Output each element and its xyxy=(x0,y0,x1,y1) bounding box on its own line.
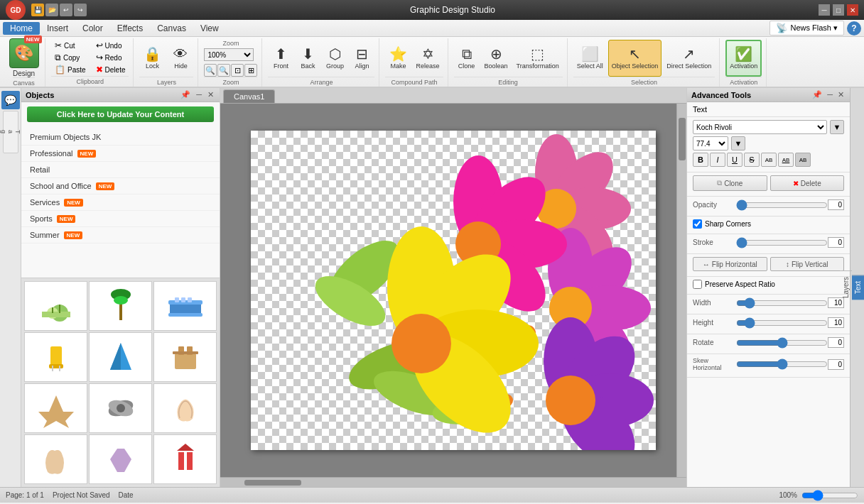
v-scroll-thumb[interactable] xyxy=(679,118,686,160)
bold-button[interactable]: B xyxy=(693,153,708,167)
list-item[interactable]: SportsNEW xyxy=(21,211,220,227)
font-size-dropdown[interactable]: ▼ xyxy=(731,136,745,150)
caps3-button[interactable]: AB xyxy=(795,153,811,167)
height-slider[interactable] xyxy=(736,318,828,328)
object-selection-button[interactable]: ↖ Object Selection xyxy=(608,40,662,77)
canvas-viewport[interactable] xyxy=(220,104,686,477)
paste-button[interactable]: 📋Paste xyxy=(51,64,90,75)
help-button[interactable]: ? xyxy=(847,21,861,35)
tool-text[interactable]: Tag xyxy=(3,111,18,153)
adv-panel-close[interactable]: ✕ xyxy=(836,90,846,99)
sharp-corners-checkbox[interactable] xyxy=(693,219,702,229)
h-scroll-thumb[interactable] xyxy=(244,480,301,486)
font-dropdown-btn[interactable]: ▼ xyxy=(830,120,844,134)
make-button[interactable]: ⭐ Make xyxy=(385,40,411,77)
quick-open[interactable]: 📂 xyxy=(45,4,58,16)
release-button[interactable]: ✡ Release xyxy=(412,40,443,77)
select-all-button[interactable]: ⬜ Select All xyxy=(573,40,607,77)
list-item[interactable]: Premium Objects JK xyxy=(21,129,220,146)
opacity-slider[interactable] xyxy=(736,200,828,210)
canvas-scrollbar-h[interactable] xyxy=(220,477,686,487)
preserve-ratio-checkbox[interactable] xyxy=(693,280,702,289)
adv-panel-minimize[interactable]: ─ xyxy=(826,90,834,99)
caps2-button[interactable]: AB xyxy=(778,153,794,167)
thumbnail-item[interactable] xyxy=(89,434,152,484)
thumbnail-item[interactable] xyxy=(89,332,152,382)
quick-save[interactable]: 💾 xyxy=(31,4,44,16)
maximize-button[interactable]: □ xyxy=(833,4,844,16)
objects-panel-minimize[interactable]: ─ xyxy=(195,90,203,99)
front-button[interactable]: ⬆ Front xyxy=(268,40,293,77)
boolean-button[interactable]: ⊕ Boolean xyxy=(481,40,512,77)
underline-button[interactable]: U xyxy=(727,153,742,167)
list-item[interactable]: Retail xyxy=(21,162,220,178)
thumbnail-item[interactable] xyxy=(153,434,217,484)
thumbnail-item[interactable] xyxy=(24,281,87,331)
delete-button[interactable]: ✖ Delete xyxy=(770,175,845,191)
zoom-fit-button[interactable]: ⊡ xyxy=(231,64,244,77)
direct-selection-button[interactable]: ↗ Direct Selection xyxy=(663,40,715,77)
thumbnail-item[interactable] xyxy=(24,332,87,382)
zoom-in-button[interactable]: 🔍 xyxy=(204,64,217,77)
adv-panel-pin[interactable]: 📌 xyxy=(811,90,824,99)
minimize-button[interactable]: ─ xyxy=(819,4,830,16)
list-item[interactable]: ProfessionalNEW xyxy=(21,146,220,162)
thumbnail-item[interactable] xyxy=(24,434,87,484)
back-button[interactable]: ⬇ Back xyxy=(295,40,320,77)
stroke-slider[interactable] xyxy=(736,238,828,248)
zoom-select[interactable]: 100%50%75%150%200% xyxy=(204,48,254,61)
canvas-tab-1[interactable]: Canvas1 xyxy=(223,89,275,103)
clone-button[interactable]: ⧉ Clone xyxy=(693,175,767,191)
canvas-scrollbar-v[interactable] xyxy=(676,104,686,477)
thumbnail-item[interactable] xyxy=(153,281,217,331)
font-size-select[interactable]: 77.4 xyxy=(693,136,728,150)
text-tab[interactable]: Text xyxy=(852,275,864,300)
transformation-button[interactable]: ⬚ Transformation xyxy=(513,40,563,77)
activation-button[interactable]: ✅ Activation xyxy=(725,40,762,77)
list-item[interactable]: ServicesNEW xyxy=(21,195,220,211)
close-button[interactable]: ✕ xyxy=(847,4,858,16)
thumbnail-item[interactable] xyxy=(89,281,152,331)
strikethrough-button[interactable]: S xyxy=(744,153,760,167)
thumbnail-item[interactable] xyxy=(24,383,87,433)
italic-button[interactable]: I xyxy=(710,153,725,167)
menu-color[interactable]: Color xyxy=(75,22,110,35)
thumbnail-item[interactable] xyxy=(153,383,217,433)
delete-button[interactable]: ✖Delete xyxy=(92,64,129,75)
zoom-reset-button[interactable]: ⊞ xyxy=(244,64,257,77)
width-slider[interactable] xyxy=(736,298,828,308)
rotate-slider[interactable] xyxy=(736,338,828,348)
objects-panel-close[interactable]: ✕ xyxy=(206,90,215,99)
caps1-button[interactable]: AB xyxy=(761,153,777,167)
copy-button[interactable]: ⧉Copy xyxy=(51,52,90,63)
menu-effects[interactable]: Effects xyxy=(110,22,150,35)
redo-button[interactable]: ↪Redo xyxy=(92,52,129,63)
skew-h-slider[interactable] xyxy=(736,359,828,369)
align-button[interactable]: ⊟ Align xyxy=(349,40,374,77)
quick-redo[interactable]: ↪ xyxy=(74,4,87,16)
cut-button[interactable]: Cut xyxy=(51,40,90,51)
zoom-out-button[interactable]: 🔍 xyxy=(217,64,230,77)
lock-button[interactable]: 🔒 Lock xyxy=(139,40,165,77)
hide-button[interactable]: 👁 Hide xyxy=(168,40,193,77)
flip-v-button[interactable]: ↕ Flip Vertical xyxy=(770,257,845,271)
menu-insert[interactable]: Insert xyxy=(40,22,75,35)
menu-home[interactable]: Home xyxy=(3,22,40,35)
menu-view[interactable]: View xyxy=(193,22,226,35)
zoom-slider-status[interactable] xyxy=(801,490,858,501)
thumbnail-item[interactable] xyxy=(89,383,152,433)
font-select[interactable]: Koch Rivoli xyxy=(693,120,827,134)
list-item[interactable]: School and OfficeNEW xyxy=(21,178,220,195)
menu-canvas[interactable]: Canvas xyxy=(150,22,193,35)
news-flash[interactable]: 📡 News Flash ▾ xyxy=(770,21,844,35)
quick-undo[interactable]: ↩ xyxy=(60,4,72,16)
objects-panel-pin[interactable]: 📌 xyxy=(179,90,192,99)
update-content-button[interactable]: Click Here to Update Your Content xyxy=(27,106,214,122)
layers-edge-tab[interactable]: Layers xyxy=(840,270,852,304)
list-item[interactable]: SummerNEW xyxy=(21,227,220,243)
flip-h-button[interactable]: ↔ Flip Horizontal xyxy=(693,257,767,271)
clone-ribbon-button[interactable]: ⧉ Clone xyxy=(454,40,480,77)
undo-button[interactable]: ↩Undo xyxy=(92,40,129,51)
thumbnail-item[interactable] xyxy=(153,332,217,382)
group-button[interactable]: ⬡ Group xyxy=(322,40,347,77)
